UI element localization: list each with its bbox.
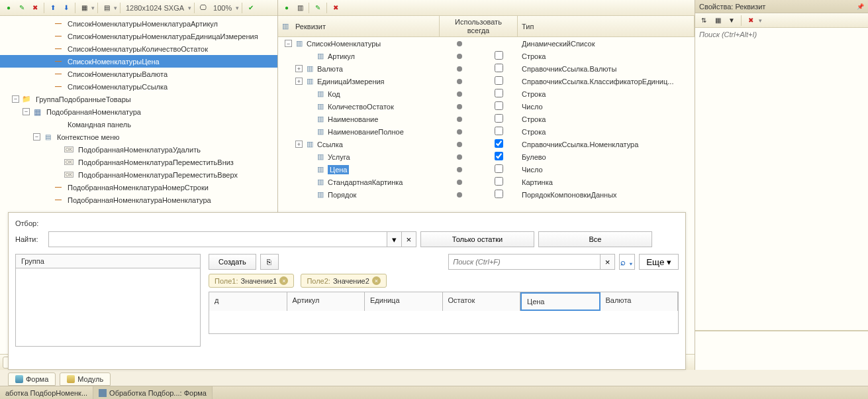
grid-toggle-icon[interactable]: − xyxy=(285,40,292,47)
pin-icon[interactable]: 📌 xyxy=(857,3,864,10)
grid-toggle-icon[interactable]: + xyxy=(295,65,303,72)
chip-close-icon[interactable]: × xyxy=(372,276,381,285)
tree-toggle-icon[interactable]: − xyxy=(23,108,30,115)
tree-toggle-icon[interactable] xyxy=(44,121,51,128)
columns-icon[interactable]: ▥ xyxy=(294,2,306,14)
use-always-checkbox[interactable] xyxy=(495,164,503,173)
grid-row[interactable]: ПорядокПорядокКомпоновкиДанных xyxy=(278,188,695,201)
use-always-checkbox[interactable] xyxy=(495,114,503,123)
use-always-checkbox[interactable] xyxy=(495,101,503,110)
tree-toggle-icon[interactable]: − xyxy=(33,133,40,141)
column-header[interactable]: Артикул xyxy=(287,292,365,311)
close-icon[interactable]: ✖ xyxy=(745,15,757,27)
column-header[interactable]: Единица xyxy=(365,292,443,311)
grid-row[interactable]: НаименованиеСтрока xyxy=(278,113,695,125)
tree-toggle-icon[interactable] xyxy=(44,196,51,203)
tree-toggle-icon[interactable] xyxy=(44,83,51,90)
zoom-selector[interactable]: 100% xyxy=(211,4,234,12)
tree-item[interactable]: СписокНоменклатурыНоменклатураАртикул xyxy=(0,17,277,30)
grid-row[interactable]: +СсылкаСправочникСсылка.Номенклатура xyxy=(278,138,695,150)
filter-chip-2[interactable]: Поле2: Значение2 × xyxy=(301,274,386,288)
tree-toggle-icon[interactable] xyxy=(54,146,62,153)
group-list[interactable] xyxy=(15,268,201,347)
list-search-input[interactable] xyxy=(449,255,600,269)
check-icon[interactable]: ✔ xyxy=(245,2,257,14)
use-always-checkbox[interactable] xyxy=(495,127,503,135)
grid-row[interactable]: АртикулСтрока xyxy=(278,50,695,62)
column-header[interactable]: Цена xyxy=(520,292,601,311)
tree-item[interactable]: СписокНоменклатурыВалюта xyxy=(0,68,277,80)
form-icon[interactable]: ▤ xyxy=(101,2,113,14)
tree-item[interactable]: −ГруппаПодобранныеТовары xyxy=(0,93,277,105)
dropdown-icon[interactable]: ▾ xyxy=(759,17,762,24)
grid-row[interactable]: ЦенаЧисло xyxy=(278,163,695,176)
col-use-always[interactable]: Использоватьвсегда xyxy=(440,16,518,36)
tree-toggle-icon[interactable] xyxy=(44,184,51,191)
find-clear-icon[interactable]: × xyxy=(401,232,416,247)
tree-toggle-icon[interactable] xyxy=(54,171,62,178)
group-header[interactable]: Группа xyxy=(15,254,201,268)
tree-item[interactable]: −Контекстное меню xyxy=(0,131,277,143)
tab-form[interactable]: Форма xyxy=(8,372,56,386)
search-icon[interactable]: ⌕ ▾ xyxy=(619,254,635,270)
table-icon[interactable]: ▦ xyxy=(78,2,90,14)
tree-toggle-icon[interactable] xyxy=(44,58,51,65)
categories-icon[interactable]: ▦ xyxy=(712,15,724,27)
column-header[interactable]: Валюта xyxy=(601,292,679,311)
tree-item[interactable]: OKПодобраннаяНоменклатураПереместитьВниз xyxy=(0,156,277,168)
window-tab-1[interactable]: аботка ПодборНоменк... xyxy=(0,386,93,399)
tree-item[interactable]: СписокНоменклатурыЦена xyxy=(0,55,277,68)
use-always-checkbox[interactable] xyxy=(495,152,503,160)
grid-row[interactable]: КоличествоОстатокЧисло xyxy=(278,100,695,113)
filter-chip-1[interactable]: Поле1: Значение1 × xyxy=(209,274,294,288)
all-button[interactable]: Все xyxy=(538,231,652,247)
tree-toggle-icon[interactable] xyxy=(44,20,51,27)
grid-row[interactable]: +ЕдиницаИзмеренияСправочникСсылка.Класси… xyxy=(278,75,695,87)
grid-row[interactable]: +ВалютаСправочникСсылка.Валюты xyxy=(278,62,695,75)
tree-item[interactable]: −ПодобраннаяНоменклатура xyxy=(0,105,277,118)
tree-item[interactable]: СписокНоменклатурыНоменклатураЕдиницаИзм… xyxy=(0,30,277,42)
edit-icon[interactable]: ✎ xyxy=(16,2,28,14)
delete-icon[interactable]: ✖ xyxy=(330,2,342,14)
use-always-checkbox[interactable] xyxy=(495,139,503,148)
delete-icon[interactable]: ✖ xyxy=(29,2,41,14)
column-header[interactable]: д xyxy=(209,292,287,311)
tree-item[interactable]: Командная панель xyxy=(0,118,277,131)
filter-icon[interactable]: ▼ xyxy=(726,15,738,27)
search-clear-icon[interactable]: × xyxy=(600,255,614,269)
display-icon[interactable]: 🖵 xyxy=(197,2,209,14)
up-icon[interactable]: ⬆ xyxy=(47,2,59,14)
tree-item[interactable]: СписокНоменклатурыКоличествоОстаток xyxy=(0,42,277,55)
tree-toggle-icon[interactable] xyxy=(44,32,51,40)
grid-row[interactable]: КодСтрока xyxy=(278,87,695,100)
add-icon[interactable]: ● xyxy=(3,2,15,14)
tab-module[interactable]: Модуль xyxy=(60,372,111,386)
grid-toggle-icon[interactable]: + xyxy=(295,141,303,148)
tree-toggle-icon[interactable] xyxy=(44,45,51,52)
add-icon[interactable]: ● xyxy=(281,2,293,14)
preview-table-body[interactable] xyxy=(209,311,678,333)
use-always-checkbox[interactable] xyxy=(495,76,503,85)
col-type[interactable]: Тип xyxy=(518,16,695,36)
edit-icon[interactable]: ✎ xyxy=(312,2,324,14)
find-input[interactable] xyxy=(49,232,387,247)
resolution-selector[interactable]: 1280x1024 SXGA xyxy=(123,4,187,12)
create-button[interactable]: Создать xyxy=(209,254,256,270)
use-always-checkbox[interactable] xyxy=(495,190,503,198)
tree-item[interactable]: СписокНоменклатурыСсылка xyxy=(0,80,277,93)
col-attribute[interactable]: Реквизит xyxy=(278,16,440,36)
sort-icon[interactable]: ⇅ xyxy=(698,15,710,27)
properties-search-input[interactable] xyxy=(695,28,868,41)
use-always-checkbox[interactable] xyxy=(495,64,503,72)
down-icon[interactable]: ⬇ xyxy=(60,2,72,14)
tree-toggle-icon[interactable]: − xyxy=(12,95,19,103)
column-header[interactable]: Остаток xyxy=(443,292,521,311)
tree-toggle-icon[interactable] xyxy=(44,70,51,78)
tree-item[interactable]: OKПодобраннаяНоменклатураУдалить xyxy=(0,143,277,156)
grid-toggle-icon[interactable]: + xyxy=(295,78,303,85)
use-always-checkbox[interactable] xyxy=(495,89,503,97)
find-dropdown-icon[interactable]: ▾ xyxy=(387,232,401,247)
use-always-checkbox[interactable] xyxy=(495,177,503,186)
grid-row[interactable]: НаименованиеПолноеСтрока xyxy=(278,125,695,138)
grid-row[interactable]: СтандартнаяКартинкаКартинка xyxy=(278,176,695,188)
